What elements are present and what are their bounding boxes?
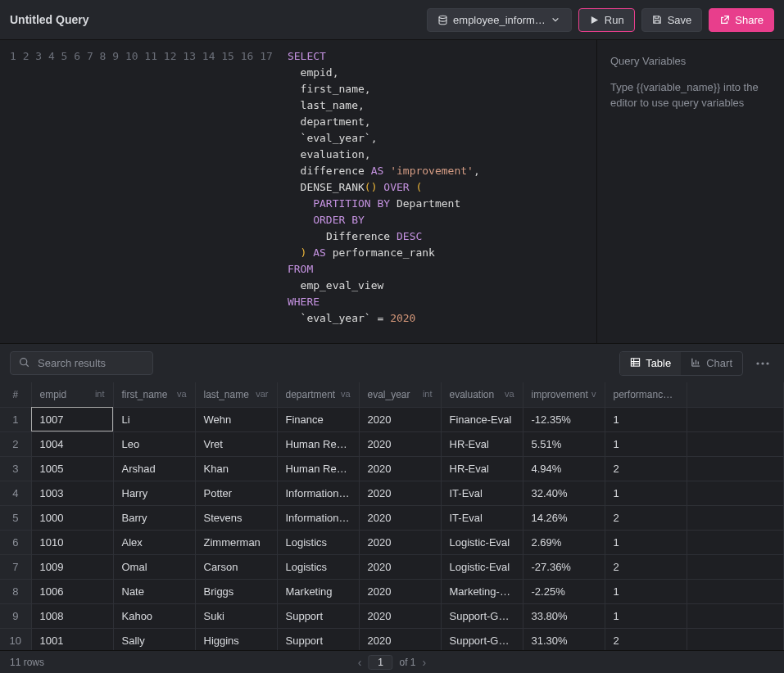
cell-evaluation[interactable]: HR-Eval [441, 456, 523, 481]
col-eval_year[interactable]: eval_yearint [359, 382, 441, 407]
col-evaluation[interactable]: evaluationva [441, 382, 523, 407]
col-department[interactable]: departmentva [277, 382, 359, 407]
cell-empid[interactable]: 1005 [31, 456, 113, 481]
cell-evaluation[interactable]: Support-Gen… [441, 603, 523, 628]
cell-first_name[interactable]: Li [113, 407, 195, 431]
cell-first_name[interactable]: Kahoo [113, 603, 195, 628]
cell-evaluation[interactable]: Support-Gen… [441, 628, 523, 650]
table-row[interactable]: 31005ArshadKhanHuman Reso…2020HR-Eval4.9… [0, 456, 784, 481]
cell-evaluation[interactable]: HR-Eval [441, 431, 523, 456]
cell-evaluation[interactable]: Marketing-E… [441, 579, 523, 603]
col-last_name[interactable]: last_namevar [195, 382, 277, 407]
table-row[interactable]: 91008KahooSukiSupport2020Support-Gen…33.… [0, 603, 784, 628]
cell-rank[interactable]: 1 [605, 603, 687, 628]
cell-eval_year[interactable]: 2020 [359, 431, 441, 456]
cell-first_name[interactable]: Nate [113, 579, 195, 603]
database-selector[interactable]: employee_inform… [427, 8, 572, 32]
cell-rank[interactable]: 2 [605, 456, 687, 481]
cell-empid[interactable]: 1000 [31, 505, 113, 530]
cell-eval_year[interactable]: 2020 [359, 603, 441, 628]
cell-improvement[interactable]: 33.80% [523, 603, 605, 628]
table-row[interactable]: 81006NateBriggsMarketing2020Marketing-E…… [0, 579, 784, 603]
cell-improvement[interactable]: 5.51% [523, 431, 605, 456]
cell-first_name[interactable]: Barry [113, 505, 195, 530]
cell-last_name[interactable]: Higgins [195, 628, 277, 650]
cell-last_name[interactable]: Vret [195, 431, 277, 456]
cell-improvement[interactable]: -27.36% [523, 554, 605, 579]
cell-rank[interactable]: 2 [605, 505, 687, 530]
cell-rank[interactable]: 1 [605, 579, 687, 603]
col-row-number[interactable]: # [0, 382, 31, 407]
share-button[interactable]: Share [709, 8, 774, 32]
cell-last_name[interactable]: Suki [195, 603, 277, 628]
cell-department[interactable]: Information … [277, 481, 359, 505]
cell-eval_year[interactable]: 2020 [359, 505, 441, 530]
cell-first_name[interactable]: Harry [113, 481, 195, 505]
cell-first_name[interactable]: Alex [113, 530, 195, 554]
search-input[interactable] [36, 356, 144, 370]
cell-empid[interactable]: 1003 [31, 481, 113, 505]
cell-department[interactable]: Human Reso… [277, 456, 359, 481]
cell-department[interactable]: Human Reso… [277, 431, 359, 456]
cell-first_name[interactable]: Leo [113, 431, 195, 456]
cell-last_name[interactable]: Stevens [195, 505, 277, 530]
cell-eval_year[interactable]: 2020 [359, 456, 441, 481]
prev-page[interactable]: ‹ [358, 656, 362, 669]
cell-empid[interactable]: 1009 [31, 554, 113, 579]
run-button[interactable]: Run [578, 8, 635, 32]
cell-improvement[interactable]: 4.94% [523, 456, 605, 481]
cell-department[interactable]: Finance [277, 407, 359, 431]
cell-last_name[interactable]: Zimmerman [195, 530, 277, 554]
col-empid[interactable]: empidint [31, 382, 113, 407]
cell-rank[interactable]: 1 [605, 407, 687, 431]
cell-department[interactable]: Information … [277, 505, 359, 530]
cell-evaluation[interactable]: IT-Eval [441, 505, 523, 530]
table-row[interactable]: 101001SallyHigginsSupport2020Support-Gen… [0, 628, 784, 650]
cell-rank[interactable]: 1 [605, 431, 687, 456]
cell-eval_year[interactable]: 2020 [359, 407, 441, 431]
cell-empid[interactable]: 1007 [31, 407, 113, 431]
col-first_name[interactable]: first_nameva [113, 382, 195, 407]
cell-last_name[interactable]: Potter [195, 481, 277, 505]
cell-improvement[interactable]: -12.35% [523, 407, 605, 431]
cell-eval_year[interactable]: 2020 [359, 579, 441, 603]
view-table[interactable]: Table [620, 352, 681, 375]
cell-empid[interactable]: 1004 [31, 431, 113, 456]
col-improvement[interactable]: improvementv [523, 382, 605, 407]
table-row[interactable]: 61010AlexZimmermanLogistics2020Logistic-… [0, 530, 784, 554]
cell-department[interactable]: Logistics [277, 554, 359, 579]
cell-first_name[interactable]: Omal [113, 554, 195, 579]
results-table-scroll[interactable]: # empidintfirst_namevalast_namevardepart… [0, 382, 784, 650]
cell-improvement[interactable]: -2.25% [523, 579, 605, 603]
save-button[interactable]: Save [641, 8, 703, 32]
cell-evaluation[interactable]: Finance-Eval [441, 407, 523, 431]
cell-eval_year[interactable]: 2020 [359, 554, 441, 579]
table-row[interactable]: 11007LiWehnFinance2020Finance-Eval-12.35… [0, 407, 784, 431]
cell-department[interactable]: Support [277, 603, 359, 628]
col-performance_ran[interactable]: performance_ran [605, 382, 687, 407]
cell-last_name[interactable]: Carson [195, 554, 277, 579]
cell-last_name[interactable]: Khan [195, 456, 277, 481]
more-menu[interactable] [751, 352, 774, 375]
cell-last_name[interactable]: Wehn [195, 407, 277, 431]
table-row[interactable]: 51000BarryStevensInformation …2020IT-Eva… [0, 505, 784, 530]
cell-empid[interactable]: 1001 [31, 628, 113, 650]
cell-eval_year[interactable]: 2020 [359, 628, 441, 650]
cell-first_name[interactable]: Arshad [113, 456, 195, 481]
cell-evaluation[interactable]: IT-Eval [441, 481, 523, 505]
cell-rank[interactable]: 1 [605, 481, 687, 505]
sql-editor[interactable]: 1 2 3 4 5 6 7 8 9 10 11 12 13 14 15 16 1… [0, 40, 597, 343]
cell-evaluation[interactable]: Logistic-Eval [441, 530, 523, 554]
cell-evaluation[interactable]: Logistic-Eval [441, 554, 523, 579]
query-title[interactable]: Untitled Query [10, 13, 88, 26]
cell-eval_year[interactable]: 2020 [359, 481, 441, 505]
cell-improvement[interactable]: 2.69% [523, 530, 605, 554]
cell-empid[interactable]: 1010 [31, 530, 113, 554]
cell-improvement[interactable]: 31.30% [523, 628, 605, 650]
view-chart[interactable]: Chart [681, 352, 742, 375]
cell-rank[interactable]: 1 [605, 530, 687, 554]
cell-empid[interactable]: 1008 [31, 603, 113, 628]
cell-rank[interactable]: 2 [605, 628, 687, 650]
cell-first_name[interactable]: Sally [113, 628, 195, 650]
table-row[interactable]: 41003HarryPotterInformation …2020IT-Eval… [0, 481, 784, 505]
